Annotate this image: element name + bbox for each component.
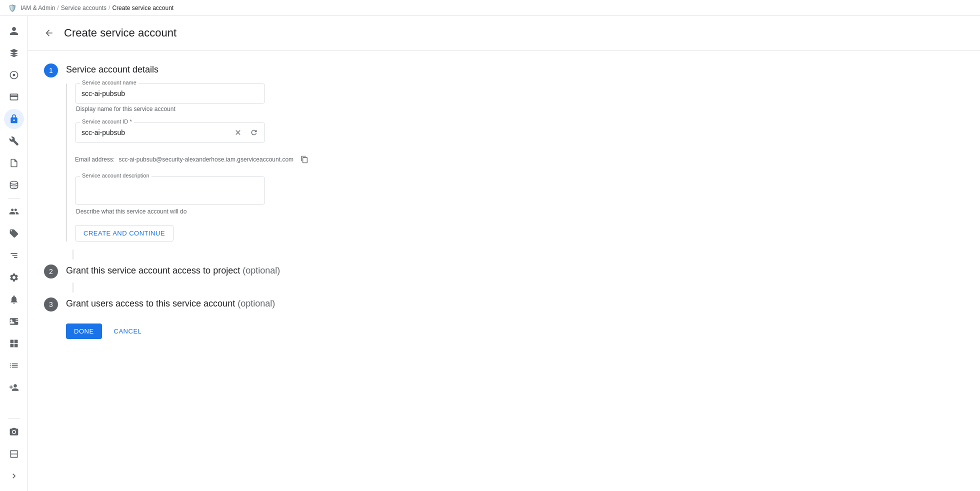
- email-prefix: Email address:: [75, 156, 114, 163]
- description-field-wrapper: Service account description: [75, 176, 265, 206]
- table-icon[interactable]: [4, 444, 24, 464]
- breadcrumb-iam[interactable]: IAM & Admin: [20, 4, 55, 12]
- name-field-wrapper: Service account name: [75, 84, 265, 104]
- grid-icon[interactable]: [4, 334, 24, 354]
- breadcrumb-service-accounts[interactable]: Service accounts: [61, 4, 106, 12]
- page-header: Create service account: [28, 16, 980, 50]
- expand-sidebar-icon[interactable]: [4, 466, 24, 486]
- person-add-icon[interactable]: [4, 378, 24, 398]
- shield-icon: 🛡️: [8, 4, 16, 12]
- step1-header: 1 Service account details: [44, 62, 462, 78]
- monitoring-icon[interactable]: [4, 65, 24, 85]
- done-button[interactable]: DONE: [66, 324, 102, 339]
- create-button-wrapper: CREATE AND CONTINUE: [75, 225, 462, 242]
- sidebar: [0, 16, 28, 491]
- step1-title: Service account details: [66, 62, 158, 76]
- back-button[interactable]: [40, 24, 58, 42]
- name-field-label: Service account name: [80, 80, 138, 86]
- step2-header: 2 Grant this service account access to p…: [44, 264, 462, 278]
- more-icon[interactable]: [4, 246, 24, 266]
- step1-content: Service account name Display name for th…: [66, 84, 462, 242]
- settings-icon[interactable]: [4, 268, 24, 288]
- cancel-button[interactable]: CANCEL: [106, 324, 150, 339]
- step-connector-1-2: [72, 250, 74, 260]
- step2-optional: (optional): [242, 266, 280, 276]
- sidebar-divider: [8, 198, 20, 198]
- step2-title: Grant this service account access to pro…: [66, 264, 280, 278]
- email-row: Email address: scc-ai-pubsub@security-al…: [75, 152, 462, 166]
- name-field-hint: Display name for this service account: [76, 106, 462, 112]
- id-field-label: Service account ID: [80, 118, 134, 124]
- wrench-icon[interactable]: [4, 131, 24, 151]
- service-account-description-input[interactable]: [75, 176, 265, 204]
- topbar: 🛡️ IAM & Admin / Service accounts / Crea…: [0, 0, 980, 16]
- refresh-id-button[interactable]: [247, 126, 261, 140]
- camera-icon[interactable]: [4, 422, 24, 442]
- svg-point-0: [12, 74, 15, 76]
- id-field-wrapper: Service account ID: [75, 122, 265, 142]
- bottom-buttons: DONE CANCEL: [66, 324, 462, 339]
- step1-badge: 1: [44, 64, 58, 78]
- certificate-icon[interactable]: [4, 153, 24, 173]
- description-field-label: Service account description: [80, 172, 152, 178]
- identity-icon[interactable]: [4, 312, 24, 332]
- step3-header: 3 Grant users access to this service acc…: [44, 296, 462, 312]
- id-field-actions: [231, 126, 261, 140]
- description-field-hint: Describe what this service account will …: [76, 208, 462, 215]
- billing-icon[interactable]: [4, 87, 24, 107]
- email-value: scc-ai-pubsub@security-alexanderhose.iam…: [118, 156, 294, 163]
- step-connector-2-3: [72, 282, 74, 292]
- step3-badge: 3: [44, 298, 58, 312]
- content-area: Create service account 1 Service account…: [28, 16, 980, 491]
- id-field-group: Service account ID: [75, 122, 462, 142]
- database-icon[interactable]: [4, 175, 24, 195]
- account-circle-icon[interactable]: [4, 21, 24, 41]
- step3-title: Grant users access to this service accou…: [66, 296, 275, 310]
- dashboard-icon[interactable]: [4, 43, 24, 63]
- serviceaccounts-icon[interactable]: [4, 202, 24, 222]
- sidebar-divider-bottom: [8, 418, 20, 419]
- service-account-name-input[interactable]: [75, 84, 265, 104]
- page-title: Create service account: [64, 26, 176, 40]
- step2-badge: 2: [44, 264, 58, 278]
- copy-email-button[interactable]: [298, 152, 312, 166]
- breadcrumb-current: Create service account: [112, 4, 174, 12]
- form-content: 1 Service account details Service accoun…: [28, 50, 478, 351]
- clear-id-button[interactable]: [231, 126, 245, 140]
- description-field-group: Service account description Describe wha…: [75, 176, 462, 215]
- create-and-continue-button[interactable]: CREATE AND CONTINUE: [75, 225, 174, 242]
- name-field-group: Service account name Display name for th…: [75, 84, 462, 112]
- iam-active-icon[interactable]: [4, 109, 24, 129]
- step3-optional: (optional): [238, 298, 275, 308]
- tag-icon[interactable]: [4, 224, 24, 244]
- list-icon[interactable]: [4, 356, 24, 376]
- alert-icon[interactable]: [4, 290, 24, 310]
